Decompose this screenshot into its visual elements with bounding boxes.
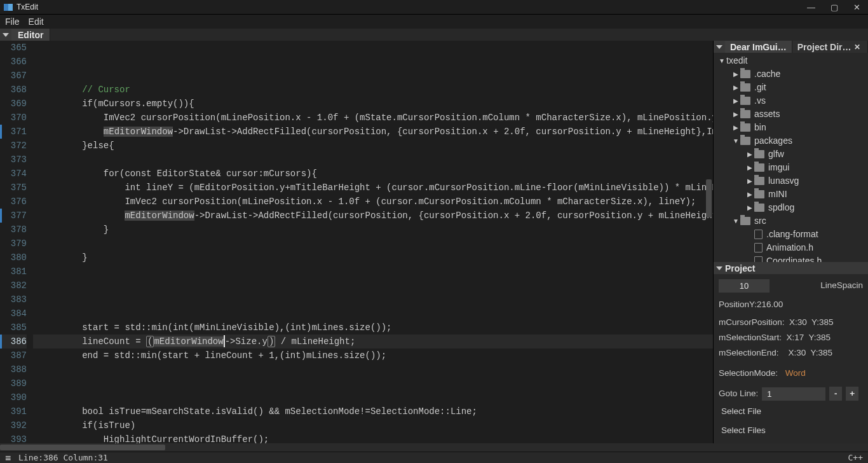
horizontal-scrollbar[interactable]	[0, 443, 868, 452]
vertical-scrollbar[interactable]	[705, 41, 713, 443]
position-y-label: PositionY:216.00	[719, 297, 863, 312]
tree-item[interactable]: Coordinates.h	[714, 254, 868, 262]
tree-item-label: lunasvg	[768, 174, 799, 188]
scrollbar-thumb[interactable]	[706, 179, 712, 218]
project-panel-dropdown[interactable]	[714, 266, 725, 270]
selection-start-label: mSelectionStart: X:17 Y:385	[719, 330, 863, 345]
chevron-right-icon: ▶	[745, 201, 754, 214]
tab-project-dir[interactable]: Project Dir…✕	[792, 41, 868, 53]
hamburger-icon[interactable]: ≡	[5, 452, 11, 464]
folder-icon	[740, 83, 750, 92]
chevron-right-icon: ▶	[731, 67, 740, 81]
tree-item[interactable]: ▶.cache	[714, 67, 868, 81]
chevron-right-icon: ▶	[745, 174, 754, 188]
linespacing-label: LineSpacin	[820, 278, 863, 293]
selection-mode-label: SelectionMode:	[719, 368, 778, 378]
chevron-down-icon	[716, 266, 722, 270]
tree-item-label: txedit	[726, 54, 747, 67]
file-tree: ▼txedit▶.cache▶.git▶.vs▶assets▶bin▼packa…	[714, 53, 868, 262]
folder-icon	[754, 190, 764, 198]
code-editor[interactable]: 3653663673683693703713723733743753763773…	[0, 41, 713, 443]
tree-item-label: mINI	[768, 188, 787, 201]
file-icon	[754, 230, 763, 239]
cursor-position-label: mCursorPosition: X:30 Y:385	[719, 315, 863, 330]
editor-tab-dropdown[interactable]	[0, 29, 11, 41]
chevron-right-icon: ▶	[731, 107, 740, 121]
tree-item-label: imgui	[768, 161, 789, 174]
minimize-button[interactable]: —	[807, 3, 815, 11]
tree-item[interactable]: ▶spdlog	[714, 201, 868, 214]
folder-icon	[740, 70, 750, 78]
selection-mode-value: Word	[785, 368, 806, 378]
goto-decrement-button[interactable]: -	[829, 387, 842, 401]
folder-icon	[754, 150, 764, 158]
tree-item[interactable]: ▶mINI	[714, 188, 868, 201]
tab-editor[interactable]: Editor	[11, 29, 50, 41]
chevron-right-icon: ▶	[731, 94, 740, 107]
tree-item[interactable]: ▶glfw	[714, 148, 868, 161]
project-panel-body: LineSpacin PositionY:216.00 mCursorPosit…	[714, 274, 868, 443]
tree-item[interactable]: ▶lunasvg	[714, 174, 868, 188]
select-file-button[interactable]: Select File	[719, 403, 863, 420]
tree-item-label: src	[754, 214, 766, 228]
tree-item[interactable]: ▼packages	[714, 134, 868, 148]
folder-icon	[740, 137, 750, 145]
linespacing-input[interactable]	[719, 279, 770, 293]
goto-increment-button[interactable]: +	[846, 387, 858, 401]
tree-item[interactable]: ▶assets	[714, 107, 868, 121]
folder-icon	[740, 110, 750, 118]
tab-dear-imgui[interactable]: Dear ImGui…	[725, 41, 792, 53]
menubar: File Edit	[0, 15, 868, 29]
tree-item[interactable]: ▶.git	[714, 81, 868, 94]
app-title: TxEdit	[17, 3, 807, 11]
chevron-right-icon: ▶	[731, 121, 740, 134]
goto-line-input[interactable]	[762, 387, 825, 401]
tree-item-label: .vs	[754, 94, 766, 107]
editor-tabbar: Editor	[0, 29, 868, 41]
tree-item-label: .clang-format	[766, 228, 818, 241]
maximize-button[interactable]: ▢	[831, 3, 838, 11]
tree-item-label: Coordinates.h	[766, 254, 822, 262]
menu-file[interactable]: File	[5, 17, 20, 27]
chevron-right-icon: ▶	[745, 188, 754, 201]
tree-item-label: glfw	[768, 148, 784, 161]
tree-item[interactable]: ▼src	[714, 214, 868, 228]
tree-item[interactable]: ▶.vs	[714, 94, 868, 107]
tree-item[interactable]: ▼txedit	[714, 54, 868, 67]
chevron-down-icon: ▼	[731, 214, 740, 228]
file-icon	[754, 256, 763, 262]
chevron-right-icon: ▶	[745, 161, 754, 174]
chevron-down-icon: ▼	[731, 134, 740, 148]
chevron-down-icon	[716, 45, 722, 49]
chevron-down-icon	[3, 33, 9, 37]
titlebar: TxEdit — ▢ ✕	[0, 0, 868, 15]
language-indicator[interactable]: C++	[848, 453, 863, 462]
folder-icon	[740, 123, 750, 132]
tree-item-label: .cache	[754, 67, 780, 81]
app-icon	[4, 4, 13, 11]
file-icon	[754, 243, 763, 252]
goto-line-label: Goto Line:	[719, 386, 758, 401]
tree-item[interactable]: .clang-format	[714, 228, 868, 241]
side-tab-dropdown[interactable]	[714, 41, 725, 53]
tree-item-label: Animation.h	[766, 241, 813, 254]
window-controls: — ▢ ✕	[807, 3, 860, 11]
side-tabbar: Dear ImGui… Project Dir…✕	[714, 41, 868, 53]
tree-item[interactable]: ▶imgui	[714, 161, 868, 174]
tree-item-label: bin	[754, 121, 766, 134]
menu-edit[interactable]: Edit	[29, 17, 44, 27]
selection-end-label: mSelectionEnd: X:30 Y:385	[719, 345, 863, 361]
folder-icon	[740, 217, 750, 225]
tree-item-label: assets	[754, 107, 780, 121]
select-files-button[interactable]: Select Files	[719, 422, 863, 439]
tree-item[interactable]: ▶bin	[714, 121, 868, 134]
side-panel: Dear ImGui… Project Dir…✕ ▼txedit▶.cache…	[713, 41, 868, 443]
close-button[interactable]: ✕	[853, 3, 860, 11]
tree-item[interactable]: Animation.h	[714, 241, 868, 254]
close-icon[interactable]: ✕	[854, 43, 860, 52]
chevron-right-icon: ▶	[745, 148, 754, 161]
folder-icon	[754, 177, 764, 185]
statusbar: ≡ Line:386 Column:31 C++	[0, 452, 868, 463]
scrollbar-thumb[interactable]	[0, 445, 165, 450]
project-panel-header: Project	[714, 262, 868, 274]
